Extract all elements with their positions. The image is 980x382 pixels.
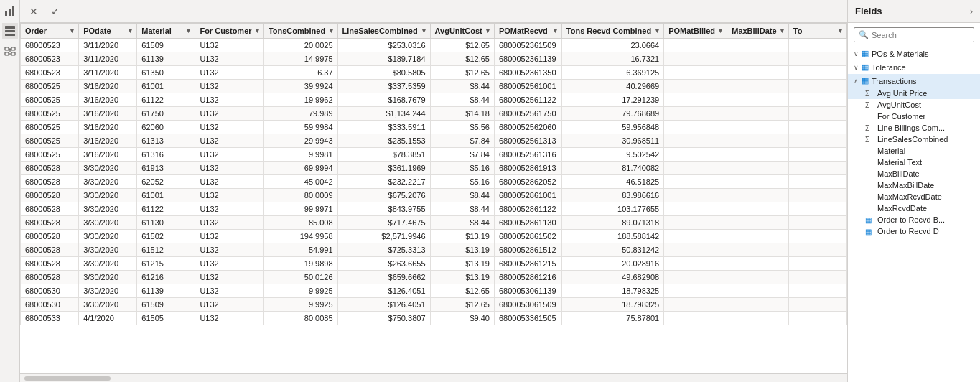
field-item[interactable]: MaxMaxRcvdDate [848, 191, 980, 202]
cell-for_customer: U132 [195, 284, 263, 298]
cell-po_mat_billed [664, 202, 727, 216]
field-item[interactable]: MaxMaxBillDate [848, 180, 980, 191]
model-icon[interactable] [2, 43, 18, 59]
cell-tons_recvd: 9.502542 [561, 148, 663, 162]
table-row[interactable]: 680005283/30/202061122U13299.9971$843.97… [21, 202, 847, 216]
close-button[interactable]: ✕ [26, 4, 42, 19]
group-label: Tolerance [872, 63, 906, 72]
table-row[interactable]: 680005283/30/202061130U13285.008$717.467… [21, 216, 847, 230]
table-wrapper[interactable]: Order▾POdate▾Material▾For Customer▾TonsC… [20, 23, 847, 373]
cell-podate: 3/30/2020 [79, 284, 137, 298]
col-header-material[interactable]: Material▾ [137, 24, 195, 39]
cell-for_customer: U132 [195, 162, 263, 175]
cell-avg_unit_cost: $13.19 [430, 257, 494, 271]
col-header-avg_unit_cost[interactable]: AvgUnitCost▾ [430, 24, 494, 39]
field-item[interactable]: MaxBillDate [848, 168, 980, 180]
cell-line_sales: $232.2217 [337, 175, 430, 189]
cell-po_mat_billed [664, 216, 727, 230]
cell-line_sales: $263.6655 [337, 257, 430, 271]
table-row[interactable]: 680005303/30/202061509U1329.9925$126.405… [21, 298, 847, 312]
chart-icon[interactable] [2, 3, 18, 19]
field-item[interactable]: ▦Order to Recvd D [848, 225, 980, 237]
field-item[interactable]: For Customer [848, 111, 980, 122]
col-header-line_sales[interactable]: LineSalesCombined▾ [337, 24, 430, 39]
svg-rect-5 [5, 34, 15, 36]
cell-line_sales: $333.5911 [337, 121, 430, 134]
cell-material: 61509 [137, 39, 195, 52]
panel-chevron-icon[interactable]: › [970, 6, 973, 17]
field-item[interactable]: ΣLineSalesCombined [848, 134, 980, 145]
table-row[interactable]: 680005283/30/202061215U13219.9898$263.66… [21, 257, 847, 271]
col-header-tons_recvd[interactable]: Tons Recvd Combined▾ [561, 24, 663, 39]
cell-avg_unit_cost: $7.84 [430, 134, 494, 148]
field-group-pos-materials: ∨ ▦ POs & Materials [848, 47, 980, 60]
table-row[interactable]: 680005233/11/202061509U13220.0025$253.03… [21, 39, 847, 52]
cell-material: 61750 [137, 107, 195, 121]
col-header-podate[interactable]: POdate▾ [79, 24, 137, 39]
cell-max_bill_date [727, 257, 789, 271]
search-input[interactable] [872, 31, 971, 39]
col-header-max_bill_date[interactable]: MaxBillDate▾ [727, 24, 789, 39]
col-header-po_mat_billed[interactable]: POMatBilled▾ [664, 24, 727, 39]
cell-podate: 3/30/2020 [79, 298, 137, 312]
table-row[interactable]: 680005233/11/202061350U1326.37$80.5805$1… [21, 66, 847, 80]
cell-avg_unit_cost: $12.65 [430, 39, 494, 52]
table-row[interactable]: 680005253/16/202061316U1329.9981$78.3851… [21, 148, 847, 162]
field-item[interactable]: ▦Order to Recvd B... [848, 214, 980, 225]
cell-avg_unit_cost: $5.16 [430, 162, 494, 175]
table-row[interactable]: 680005283/30/202061001U13280.0009$675.20… [21, 189, 847, 202]
field-item[interactable]: MaxRcvdDate [848, 202, 980, 214]
table-view-icon[interactable] [2, 23, 18, 39]
col-header-order[interactable]: Order▾ [21, 24, 79, 39]
cell-avg_unit_cost: $8.44 [430, 202, 494, 216]
group-header-tolerance[interactable]: ∨ ▦ Tolerance [848, 60, 980, 74]
table-row[interactable]: 680005253/16/202061750U13279.989$1,134.2… [21, 107, 847, 121]
table-row[interactable]: 680005253/16/202061122U13219.9962$168.76… [21, 93, 847, 107]
data-table: Order▾POdate▾Material▾For Customer▾TonsC… [20, 23, 847, 325]
table-row[interactable]: 680005283/30/202061216U13250.0126$659.66… [21, 271, 847, 284]
svg-rect-3 [5, 26, 15, 29]
field-item[interactable]: ΣAvgUnitCost [848, 99, 980, 111]
cell-avg_unit_cost: $5.16 [430, 175, 494, 189]
cell-to [788, 298, 846, 312]
group-header-pos-materials[interactable]: ∨ ▦ POs & Materials [848, 47, 980, 60]
table-icon: ▦ [862, 76, 869, 85]
field-item[interactable]: ΣLine Billings Com... [848, 122, 980, 134]
field-item[interactable]: Material [848, 145, 980, 157]
cell-order: 68000525 [21, 107, 79, 121]
cell-material: 61122 [137, 93, 195, 107]
confirm-button[interactable]: ✓ [47, 4, 63, 19]
search-box[interactable]: 🔍 [854, 27, 974, 42]
col-header-for_customer[interactable]: For Customer▾ [195, 24, 263, 39]
table-row[interactable]: 680005283/30/202062052U13245.0042$232.22… [21, 175, 847, 189]
cell-po_mat_billed [664, 80, 727, 93]
cell-order: 68000528 [21, 257, 79, 271]
table-row[interactable]: 680005283/30/202061512U13254.991$725.331… [21, 243, 847, 257]
col-header-po_mat_recvd[interactable]: POMatRecvd▾ [494, 24, 561, 39]
table-icon: ▦ [862, 62, 869, 72]
table-row[interactable]: 680005253/16/202061001U13239.9924$337.53… [21, 80, 847, 93]
cell-line_sales: $725.3313 [337, 243, 430, 257]
col-header-to[interactable]: To▾ [788, 24, 846, 39]
field-item[interactable]: Material Text [848, 157, 980, 168]
cell-material: 61509 [137, 298, 195, 312]
cell-for_customer: U132 [195, 243, 263, 257]
horizontal-scrollbar[interactable] [20, 373, 847, 382]
table-row[interactable]: 680005303/30/202061139U1329.9925$126.405… [21, 284, 847, 298]
cell-line_sales: $253.0316 [337, 39, 430, 52]
field-label: Material Text [877, 158, 922, 167]
table-row[interactable]: 680005283/30/202061913U13269.9994$361.19… [21, 162, 847, 175]
cell-for_customer: U132 [195, 39, 263, 52]
cell-for_customer: U132 [195, 52, 263, 66]
table-row[interactable]: 680005253/16/202062060U13259.9984$333.59… [21, 121, 847, 134]
field-label: Order to Recvd D [877, 227, 939, 236]
sigma-icon: Σ [865, 90, 874, 98]
cell-tons_recvd: 83.986616 [561, 189, 663, 202]
col-header-tons_combined[interactable]: TonsCombined▾ [263, 24, 337, 39]
table-row[interactable]: 680005253/16/202061313U13229.9943$235.15… [21, 134, 847, 148]
group-header-transactions[interactable]: ∧ ▦ Transactions [848, 74, 980, 88]
table-row[interactable]: 680005233/11/202061139U13214.9975$189.71… [21, 52, 847, 66]
field-item[interactable]: ΣAvg Unit Price [848, 88, 980, 99]
table-row[interactable]: 680005283/30/202061502U132194.9958$2,571… [21, 230, 847, 243]
table-row[interactable]: 680005334/1/202061505U13280.0085$750.380… [21, 312, 847, 325]
